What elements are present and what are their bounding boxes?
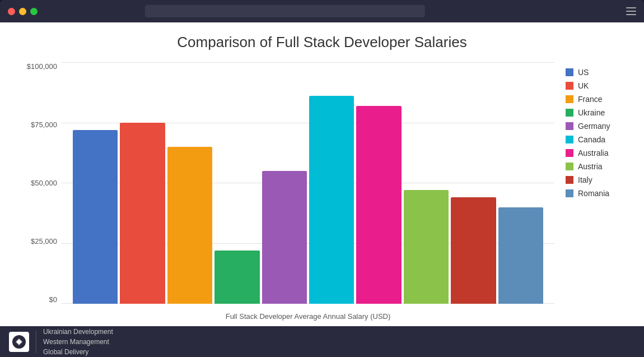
- legend-item-australia: Australia: [566, 149, 627, 157]
- logo-line3: Global Delivery: [43, 347, 113, 357]
- chart-body: $0$25,000$50,000$75,000$100,000 Full Sta…: [17, 62, 627, 321]
- legend-item-austria: Austria: [566, 162, 627, 171]
- bar-france: [167, 147, 212, 304]
- legend-item-canada: Canada: [566, 135, 627, 144]
- bar-australia: [356, 106, 401, 304]
- legend-label-uk: UK: [578, 81, 589, 90]
- y-axis: $0$25,000$50,000$75,000$100,000: [17, 62, 62, 321]
- bar-italy: [451, 197, 496, 304]
- chart-content: Comparison of Full Stack Developer Salar…: [0, 22, 644, 326]
- legend-label-italy: Italy: [578, 175, 592, 184]
- y-axis-label: $0: [17, 295, 62, 304]
- minimize-button[interactable]: [19, 8, 26, 15]
- url-bar[interactable]: [145, 5, 425, 17]
- bar-austria: [404, 190, 449, 304]
- bar-uk: [120, 123, 165, 304]
- bar-ukraine: [214, 251, 259, 304]
- menu-line-1: [626, 7, 636, 8]
- legend-color-uk: [566, 82, 573, 90]
- y-axis-label: $75,000: [17, 120, 62, 129]
- grid-and-bars: Full Stack Developer Average Annual Sala…: [62, 62, 554, 321]
- legend-color-france: [566, 95, 573, 103]
- legend-item-romania: Romania: [566, 189, 627, 198]
- legend: USUKFranceUkraineGermanyCanadaAustraliaA…: [554, 62, 627, 321]
- legend-label-austria: Austria: [578, 162, 603, 171]
- titlebar: [0, 0, 644, 22]
- logo-icon: [9, 332, 29, 352]
- legend-item-uk: UK: [566, 81, 627, 90]
- legend-color-australia: [566, 149, 573, 157]
- legend-color-romania: [566, 189, 573, 197]
- legend-color-italy: [566, 176, 573, 184]
- traffic-lights: [8, 8, 38, 15]
- legend-item-germany: Germany: [566, 122, 627, 131]
- bar-canada: [309, 96, 354, 304]
- chart-title: Comparison of Full Stack Developer Salar…: [17, 34, 627, 51]
- footer: Ukrainian Development Western Management…: [0, 326, 644, 357]
- y-axis-label: $50,000: [17, 179, 62, 187]
- legend-label-australia: Australia: [578, 149, 608, 157]
- chart-with-legend: Full Stack Developer Average Annual Sala…: [62, 62, 627, 321]
- legend-item-us: US: [566, 68, 627, 77]
- y-axis-label: $100,000: [17, 62, 62, 71]
- legend-label-germany: Germany: [578, 122, 610, 131]
- close-button[interactable]: [8, 8, 15, 15]
- chart-area: $0$25,000$50,000$75,000$100,000 Full Sta…: [17, 62, 627, 321]
- legend-color-canada: [566, 136, 573, 143]
- logo-divider: [36, 331, 36, 353]
- menu-line-2: [626, 11, 636, 12]
- bar-romania: [498, 207, 543, 304]
- menu-line-3: [626, 14, 636, 15]
- y-axis-label: $25,000: [17, 237, 62, 245]
- legend-label-ukraine: Ukraine: [578, 108, 605, 117]
- maximize-button[interactable]: [30, 8, 38, 15]
- bar-us: [73, 130, 118, 304]
- legend-label-us: US: [578, 68, 589, 77]
- legend-color-us: [566, 68, 573, 76]
- legend-color-germany: [566, 122, 573, 130]
- logo-line1: Ukrainian Development: [43, 327, 113, 337]
- svg-point-1: [17, 340, 21, 344]
- logo-area: Ukrainian Development Western Management…: [9, 327, 113, 357]
- legend-label-canada: Canada: [578, 135, 605, 144]
- logo-text: Ukrainian Development Western Management…: [43, 327, 113, 357]
- legend-item-ukraine: Ukraine: [566, 108, 627, 117]
- legend-color-ukraine: [566, 109, 573, 117]
- x-axis-label: Full Stack Developer Average Annual Sala…: [62, 312, 554, 321]
- bar-germany: [262, 171, 307, 304]
- chart-inner: Full Stack Developer Average Annual Sala…: [62, 62, 554, 321]
- app-window: Comparison of Full Stack Developer Salar…: [0, 0, 644, 357]
- bars-container: [62, 62, 554, 304]
- legend-item-france: France: [566, 95, 627, 104]
- logo-line2: Western Management: [43, 337, 113, 347]
- legend-label-france: France: [578, 95, 603, 104]
- legend-label-romania: Romania: [578, 189, 609, 198]
- legend-color-austria: [566, 163, 573, 170]
- legend-item-italy: Italy: [566, 175, 627, 184]
- menu-icon[interactable]: [626, 7, 636, 15]
